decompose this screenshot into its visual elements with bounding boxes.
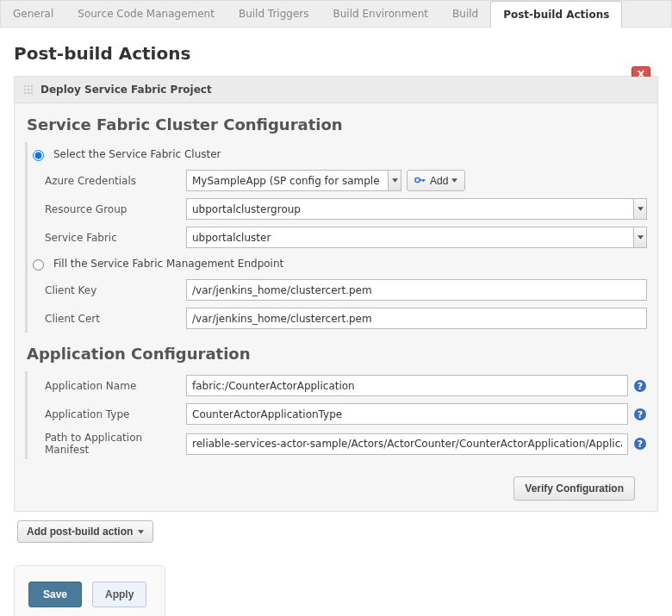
app-name-row: Application Name ? xyxy=(28,371,647,400)
azure-credentials-row: Azure Credentials Add xyxy=(28,166,647,195)
app-config-heading: Application Configuration xyxy=(27,345,657,363)
apply-button[interactable]: Apply xyxy=(92,582,146,607)
svg-point-0 xyxy=(24,85,26,87)
client-key-row: Client Key xyxy=(28,276,647,304)
client-cert-row: Client Cert xyxy=(28,304,647,333)
resource-group-select[interactable] xyxy=(186,198,647,220)
app-config-block: Application Name ? Application Type ? Pa… xyxy=(25,371,647,459)
service-fabric-select[interactable] xyxy=(186,227,647,248)
radio-fill-endpoint-label: Fill the Service Fabric Management Endpo… xyxy=(53,258,283,270)
manifest-path-input[interactable] xyxy=(186,433,628,455)
help-icon[interactable]: ? xyxy=(633,408,647,421)
add-step-row: Add post-build action xyxy=(17,520,658,543)
add-credentials-label: Add xyxy=(430,175,448,187)
client-key-label: Client Key xyxy=(45,284,181,296)
config-tabs: General Source Code Management Build Tri… xyxy=(0,0,672,28)
help-icon[interactable]: ? xyxy=(633,379,647,393)
radio-fill-endpoint[interactable] xyxy=(33,259,44,271)
client-cert-input[interactable] xyxy=(186,308,647,329)
cluster-config-block: Select the Service Fabric Cluster Azure … xyxy=(25,142,647,333)
drag-handle-icon[interactable] xyxy=(23,84,34,95)
svg-point-10 xyxy=(415,177,420,182)
step-header[interactable]: Deploy Service Fabric Project xyxy=(15,77,657,103)
svg-text:?: ? xyxy=(638,439,643,450)
radio-select-cluster-label: Select the Service Fabric Cluster xyxy=(53,148,221,160)
svg-marker-23 xyxy=(138,530,144,533)
client-key-input[interactable] xyxy=(186,279,647,301)
post-build-step: X Deploy Service Fabric Project Service … xyxy=(14,76,658,512)
chevron-down-icon xyxy=(138,530,144,534)
tab-build[interactable]: Build xyxy=(440,1,490,27)
app-type-label: Application Type xyxy=(45,408,181,420)
verify-row: Verify Configuration xyxy=(15,470,645,511)
tab-general[interactable]: General xyxy=(1,1,65,27)
add-post-build-action-label: Add post-build action xyxy=(27,526,133,538)
svg-point-4 xyxy=(28,89,29,90)
resource-group-row: Resource Group xyxy=(28,195,647,223)
footer-actions: Save Apply xyxy=(14,565,165,616)
resource-group-select-wrap xyxy=(186,198,647,220)
svg-point-7 xyxy=(28,92,29,94)
svg-point-6 xyxy=(24,92,26,94)
service-fabric-label: Service Fabric xyxy=(45,232,181,244)
verify-config-button[interactable]: Verify Configuration xyxy=(513,476,635,501)
tab-environment[interactable]: Build Environment xyxy=(321,1,441,27)
step-title: Deploy Service Fabric Project xyxy=(40,84,212,96)
help-icon[interactable]: ? xyxy=(633,437,647,451)
add-post-build-action-button[interactable]: Add post-build action xyxy=(17,520,153,543)
service-fabric-row: Service Fabric xyxy=(28,223,647,252)
svg-point-5 xyxy=(31,89,33,90)
service-fabric-select-wrap xyxy=(186,227,647,248)
svg-rect-13 xyxy=(424,179,425,181)
manifest-path-row: Path to Application Manifest ? xyxy=(28,428,647,459)
cluster-config-heading: Service Fabric Cluster Configuration xyxy=(27,115,657,134)
add-credentials-button[interactable]: Add xyxy=(407,170,465,191)
key-icon xyxy=(414,175,426,187)
azure-credentials-select-wrap xyxy=(186,170,401,191)
radio-fill-endpoint-row: Fill the Service Fabric Management Endpo… xyxy=(28,252,647,276)
svg-point-3 xyxy=(24,89,26,90)
tab-post-build[interactable]: Post-build Actions xyxy=(490,1,622,28)
app-type-input[interactable] xyxy=(186,403,628,425)
client-cert-label: Client Cert xyxy=(45,313,181,325)
svg-rect-12 xyxy=(423,179,424,182)
manifest-path-label: Path to Application Manifest xyxy=(45,432,181,456)
azure-credentials-select[interactable] xyxy=(186,170,401,191)
svg-text:?: ? xyxy=(638,381,643,392)
app-type-row: Application Type ? xyxy=(28,400,647,428)
svg-text:?: ? xyxy=(638,409,643,420)
page-body: Post-build Actions X Deploy Service Fabr… xyxy=(0,28,672,616)
svg-point-1 xyxy=(28,85,29,87)
svg-marker-14 xyxy=(451,178,457,182)
app-name-input[interactable] xyxy=(186,375,628,396)
save-button[interactable]: Save xyxy=(28,582,82,607)
svg-point-2 xyxy=(31,85,33,87)
resource-group-label: Resource Group xyxy=(45,203,181,215)
tab-triggers[interactable]: Build Triggers xyxy=(227,1,321,27)
chevron-down-icon xyxy=(451,178,457,183)
tab-scm[interactable]: Source Code Management xyxy=(65,1,227,27)
svg-point-8 xyxy=(31,92,33,94)
app-name-label: Application Name xyxy=(45,380,181,392)
radio-select-cluster[interactable] xyxy=(33,150,44,161)
page-title: Post-build Actions xyxy=(14,43,658,64)
azure-credentials-label: Azure Credentials xyxy=(45,175,181,187)
radio-select-cluster-row: Select the Service Fabric Cluster xyxy=(28,142,647,166)
